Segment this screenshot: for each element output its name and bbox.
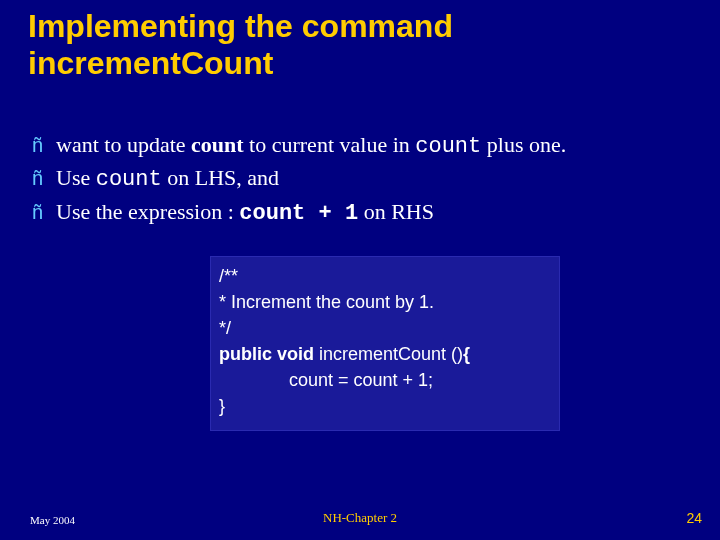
code-line: * Increment the count by 1. — [219, 289, 551, 315]
code-line: } — [219, 393, 551, 419]
text-fragment: count — [415, 134, 481, 159]
bullet-text: Use count on LHS, and — [56, 163, 279, 195]
code-line: count = count + 1; — [219, 367, 551, 393]
bullet-list: ñ want to update count to current value … — [0, 130, 720, 229]
text-fragment: plus one. — [481, 132, 566, 157]
footer-page-number: 24 — [686, 510, 702, 526]
text-fragment: Use — [56, 165, 96, 190]
slide-title: Implementing the command incrementCount — [0, 0, 720, 82]
text-fragment: on RHS — [358, 199, 434, 224]
text-fragment: public void — [219, 344, 314, 364]
text-fragment: want to update — [56, 132, 191, 157]
footer-date: May 2004 — [30, 514, 75, 526]
bullet-item-2: ñ Use count on LHS, and — [32, 163, 720, 195]
text-fragment: count + 1 — [239, 201, 358, 226]
text-fragment: incrementCount () — [314, 344, 463, 364]
text-fragment: on LHS, and — [162, 165, 279, 190]
text-fragment: count — [191, 132, 244, 157]
code-line: /** — [219, 263, 551, 289]
bullet-marker-icon: ñ — [32, 132, 56, 159]
bullet-item-3: ñ Use the expression : count + 1 on RHS — [32, 197, 720, 229]
bullet-item-1: ñ want to update count to current value … — [32, 130, 720, 162]
bullet-text: want to update count to current value in… — [56, 130, 566, 162]
text-fragment: Use the expression : — [56, 199, 239, 224]
code-block: /** * Increment the count by 1. */ publi… — [210, 256, 560, 431]
title-line-1: Implementing the command — [28, 8, 453, 44]
code-line: */ — [219, 315, 551, 341]
title-line-2: incrementCount — [28, 45, 273, 81]
text-fragment: { — [463, 344, 470, 364]
footer-chapter: NH-Chapter 2 — [323, 510, 397, 526]
text-fragment: to current value in — [244, 132, 416, 157]
bullet-text: Use the expression : count + 1 on RHS — [56, 197, 434, 229]
bullet-marker-icon: ñ — [32, 165, 56, 192]
text-fragment: count — [96, 167, 162, 192]
bullet-marker-icon: ñ — [32, 199, 56, 226]
code-line: public void incrementCount (){ — [219, 341, 551, 367]
